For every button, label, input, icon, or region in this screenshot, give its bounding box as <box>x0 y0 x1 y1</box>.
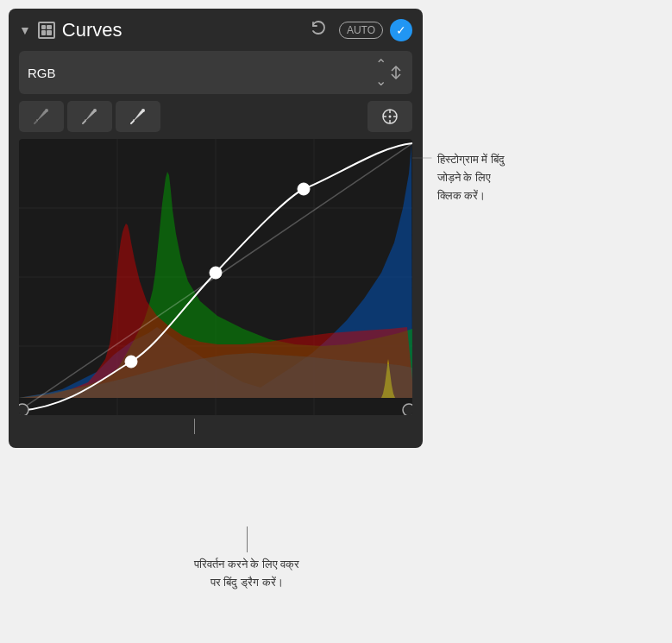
channel-dropdown[interactable]: RGB ⌃⌄ <box>19 51 412 94</box>
right-annotation-text: हिस्टोग्राम में बिंदु जोड़ने के लिए क्लि… <box>437 151 509 205</box>
panel-title: Curves <box>62 19 298 41</box>
svg-point-18 <box>210 267 222 279</box>
auto-button[interactable]: AUTO <box>339 22 383 39</box>
add-point-button[interactable] <box>367 101 412 132</box>
right-annotation-line-icon <box>412 151 434 165</box>
channel-label: RGB <box>28 66 375 80</box>
white-dropper-button[interactable] <box>116 101 160 132</box>
outer-container: ▼ Curves AUTO ✓ RGB ⌃⌄ <box>9 9 423 448</box>
confirm-button[interactable]: ✓ <box>390 19 412 41</box>
panel-header: ▼ Curves AUTO ✓ <box>19 17 412 42</box>
right-annotation: हिस्टोग्राम में बिंदु जोड़ने के लिए क्लि… <box>412 151 509 205</box>
bottom-annotation-container <box>19 419 412 434</box>
curves-histogram-area[interactable] <box>19 139 412 415</box>
svg-point-21 <box>403 404 412 415</box>
curves-grid-icon <box>38 22 55 39</box>
black-dropper-button[interactable] <box>19 101 64 132</box>
svg-point-2 <box>141 109 145 112</box>
collapse-chevron-icon[interactable]: ▼ <box>19 23 31 37</box>
curve-line[interactable] <box>19 139 412 415</box>
bottom-annotation: परिवर्तन करने के लिए वक्रपर बिंदु ड्रैग … <box>194 526 299 592</box>
dropdown-chevron-icon: ⌃⌄ <box>375 56 386 89</box>
svg-point-20 <box>19 404 28 415</box>
svg-point-0 <box>45 109 48 112</box>
bottom-annotation-vertical-line <box>247 526 248 552</box>
checkmark-icon: ✓ <box>396 23 406 37</box>
curves-panel: ▼ Curves AUTO ✓ RGB ⌃⌄ <box>9 9 423 448</box>
svg-point-19 <box>298 183 310 195</box>
bottom-annotation-line <box>194 419 195 434</box>
tools-row <box>19 101 412 132</box>
svg-point-1 <box>93 109 97 112</box>
svg-point-8 <box>389 116 392 118</box>
undo-button[interactable] <box>305 17 332 42</box>
svg-point-17 <box>125 356 137 368</box>
bottom-annotation-text: परिवर्तन करने के लिए वक्रपर बिंदु ड्रैग … <box>194 556 299 592</box>
gray-dropper-button[interactable] <box>67 101 112 132</box>
